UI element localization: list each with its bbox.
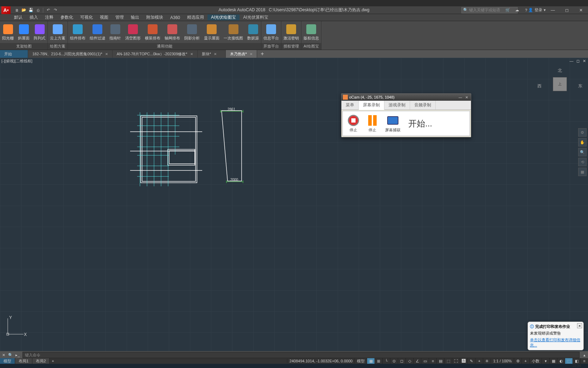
qprops-toggle[interactable]: ※ [483, 358, 491, 364]
menu-item-输出[interactable]: 输出 [127, 14, 143, 20]
ocam-tab-游戏录制[interactable]: 游戏录制 [384, 101, 410, 110]
annomon-toggle[interactable]: + [475, 358, 483, 364]
minimize-button[interactable]: — [546, 7, 560, 14]
zoom-icon[interactable]: 🔍 [578, 148, 587, 156]
ribbon-指南针[interactable]: 指南针 [107, 21, 123, 43]
balloon-link[interactable]: 单击以查看打印和发布详细信息... [530, 337, 581, 348]
menu-item-附加模块[interactable]: 附加模块 [143, 14, 167, 20]
ribbon-版权信息[interactable]: 版权信息 [301, 21, 321, 43]
menu-item-可视化[interactable]: 可视化 [77, 14, 96, 20]
command-input[interactable]: 键入命令 [23, 352, 580, 358]
ocam-close-button[interactable]: ✕ [464, 95, 469, 100]
ribbon-斜屋面[interactable]: 斜屋面 [16, 21, 32, 43]
layout-tab-模型[interactable]: 模型 [0, 358, 15, 364]
login-button[interactable]: 👤登录 ▾ [528, 7, 546, 13]
exchange-icon[interactable]: 🛒 [504, 7, 511, 13]
polar-toggle[interactable]: ⊙ [390, 358, 398, 364]
customize-icon[interactable]: ≡ [580, 358, 588, 364]
ribbon-云上方案[interactable]: 云上方案 [48, 21, 68, 43]
menu-item-参数化[interactable]: 参数化 [57, 14, 77, 20]
grid-toggle[interactable]: ▦ [367, 358, 375, 364]
gear-icon[interactable]: ⚙ [514, 358, 522, 364]
autoscale-toggle[interactable]: 🅰 [460, 358, 467, 364]
ribbon-组件过滤[interactable]: 组件过滤 [88, 21, 107, 43]
ribbon-阳光棚[interactable]: 阳光棚 [0, 21, 16, 43]
ocam-tab-音频录制[interactable]: 音频录制 [410, 101, 436, 110]
ribbon-数据源[interactable]: 数据源 [245, 21, 261, 43]
ribbon-清空图形[interactable]: 清空图形 [123, 21, 143, 43]
menu-item-A360[interactable]: A360 [167, 15, 184, 20]
doctab-新块*[interactable]: 新块*✕ [198, 50, 226, 58]
ocam-titlebar[interactable]: oCam (4, -25, 1675, 1048) — ✕ [341, 94, 471, 101]
help-icon[interactable]: ? [523, 7, 530, 13]
doctab-close-icon[interactable]: ✕ [214, 52, 217, 56]
clean-screen-icon[interactable]: ⬚ [565, 358, 573, 364]
snap-toggle[interactable]: ⊞ [375, 358, 382, 364]
doctab-开始[interactable]: 开始 [0, 50, 28, 58]
ocam-tab-屏幕录制[interactable]: 屏幕录制 [359, 101, 384, 110]
new-tab-button[interactable]: + [258, 50, 266, 57]
transparency-toggle[interactable]: ▤ [436, 358, 444, 364]
dyn-toggle[interactable]: ▭ [421, 358, 429, 364]
model-label[interactable]: 模型 [354, 358, 367, 364]
ribbon-激活密钥[interactable]: 激活密钥 [281, 21, 301, 43]
doctab-182-78N、210-6...川阳光房图集0901(1)*[interactable]: 182-78N、210-6...川阳光房图集0901(1)*✕ [28, 50, 113, 58]
ribbon-组件排布[interactable]: 组件排布 [68, 21, 88, 43]
menu-item-视图[interactable]: 视图 [96, 14, 112, 20]
doctab-close-icon[interactable]: ✕ [250, 52, 253, 56]
ribbon-横装排布[interactable]: 横装排布 [143, 21, 162, 43]
ribbon-轴网排布[interactable]: 轴网排布 [162, 21, 182, 43]
ribbon-一次接线图[interactable]: 一次接线图 [222, 21, 245, 43]
nav-wheel-icon[interactable]: ⚙ [578, 128, 587, 137]
ocam-tab-菜单[interactable]: 菜单 [341, 101, 359, 110]
orbit-icon[interactable]: ⟲ [578, 158, 587, 166]
a360-icon[interactable]: ☁ [513, 7, 520, 13]
ocam-stop-button[interactable]: 停止 [345, 113, 362, 133]
redo-icon[interactable]: ↷ [52, 7, 59, 13]
ocam-capture-button[interactable]: 屏幕捕获 [383, 113, 403, 133]
doctab-AN-182-78片TOPC...0kw）-202309修改*[interactable]: AN-182-78片TOPC...0kw）-202309修改*✕ [113, 50, 198, 58]
viewcube-top-face[interactable]: 上 [553, 77, 567, 91]
ortho-toggle[interactable]: └ [382, 358, 390, 364]
menu-item-管理[interactable]: 管理 [112, 14, 127, 20]
open-icon[interactable]: 📂 [20, 7, 27, 13]
ribbon-阵列式[interactable]: 阵列式 [32, 21, 47, 43]
balloon-close-button[interactable]: ✕ [577, 323, 582, 328]
menu-item-AI光伏算料宝[interactable]: AI光伏算料宝 [239, 14, 271, 20]
doctab-close-icon[interactable]: ✕ [190, 52, 193, 56]
ocam-minimize-button[interactable]: — [458, 95, 463, 100]
otrack-toggle[interactable]: ∠ [413, 358, 421, 364]
menu-item-注释[interactable]: 注释 [41, 14, 57, 20]
menu-item-AI光伏绘图宝[interactable]: AI光伏绘图宝 [207, 14, 239, 20]
osnap-toggle[interactable]: ◻ [398, 358, 405, 364]
3dosnap-toggle[interactable]: ◇ [405, 358, 413, 364]
menu-item-默认[interactable]: 默认 [11, 14, 26, 20]
ocam-pause-button[interactable]: 停止 [364, 113, 381, 133]
layout-tab-布局2[interactable]: 布局2 [32, 358, 50, 364]
close-button[interactable]: ✕ [574, 7, 588, 14]
doctab-close-icon[interactable]: ✕ [105, 52, 108, 56]
maximize-button[interactable]: ◻ [560, 7, 574, 14]
scale-display[interactable]: 1:1 / 100% [491, 359, 514, 363]
menu-item-精选应用[interactable]: 精选应用 [184, 14, 207, 20]
ribbon-显示屋面[interactable]: 显示屋面 [202, 21, 222, 43]
layout-icon[interactable]: ▦ [549, 358, 557, 364]
menu-item-插入[interactable]: 插入 [26, 14, 41, 20]
cmd-expand-icon[interactable]: ▴ [581, 351, 588, 358]
lwt-toggle[interactable]: ≡ [429, 358, 436, 364]
workspace-toggle[interactable]: ✎ [467, 358, 475, 364]
app-logo[interactable]: A▾ [1, 6, 11, 14]
quick-view-icon[interactable]: ▾ [542, 358, 549, 364]
pan-icon[interactable]: ✋ [578, 138, 587, 146]
graphics-icon[interactable]: ◐ [557, 358, 565, 364]
showmotion-icon[interactable]: ▦ [578, 168, 587, 176]
plus-icon[interactable]: + [522, 358, 529, 364]
cmd-prompt-icon[interactable]: ▸_ [14, 351, 21, 358]
undo-icon[interactable]: ↶ [45, 7, 52, 13]
ocam-window[interactable]: oCam (4, -25, 1675, 1048) — ✕ 菜单屏幕录制游戏录制… [341, 93, 471, 137]
doctab-木乃热吉*[interactable]: 木乃热吉*✕ [226, 50, 257, 58]
cmd-close-icon[interactable]: ✕ [0, 351, 7, 358]
saveas-icon[interactable]: ⎙ [34, 7, 41, 13]
ribbon-阴影分析[interactable]: 阴影分析 [182, 21, 202, 43]
save-icon[interactable]: 💾 [27, 7, 34, 13]
